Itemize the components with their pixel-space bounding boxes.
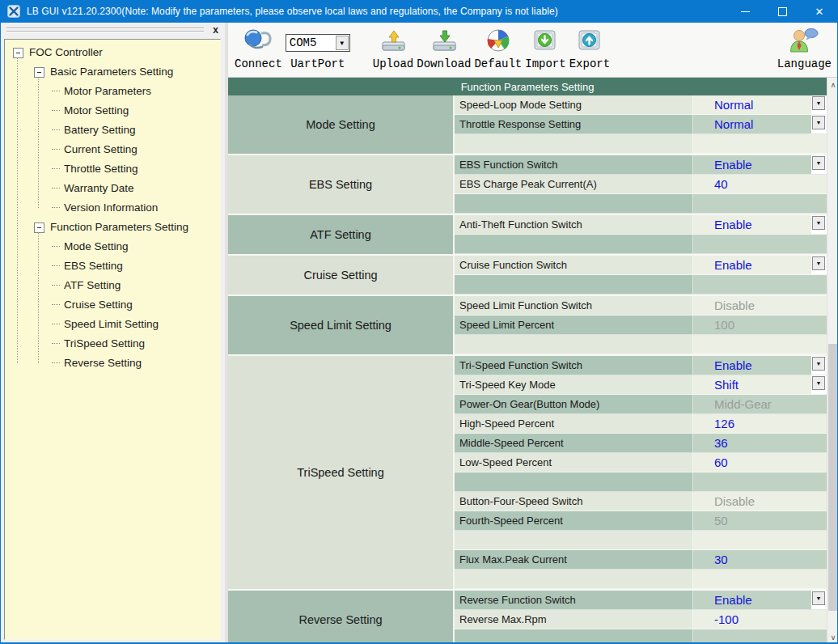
param-value-cell[interactable]: 30 bbox=[692, 550, 827, 570]
param-value-cell[interactable]: Shift▼ bbox=[692, 375, 827, 395]
panel-close-button[interactable]: x bbox=[213, 24, 218, 36]
param-label: Power-On Gear(Button Mode) bbox=[455, 395, 692, 414]
parameter-tree: FOC ControllerBasic Parameters SettingMo… bbox=[4, 39, 221, 640]
tree-item-label: Throttle Setting bbox=[64, 159, 138, 179]
collapse-icon[interactable] bbox=[34, 67, 44, 78]
scroll-down-button[interactable]: ∨ bbox=[827, 630, 838, 644]
tree-item-throttle-setting[interactable]: Throttle Setting bbox=[10, 159, 220, 179]
param-value-cell[interactable]: Normal▼ bbox=[692, 115, 827, 134]
dropdown-arrow-icon[interactable]: ▼ bbox=[812, 156, 825, 170]
param-value-cell[interactable]: Normal▼ bbox=[692, 95, 827, 115]
dropdown-arrow-icon[interactable]: ▼ bbox=[812, 357, 825, 371]
param-value: -100 bbox=[714, 612, 739, 626]
param-value: 30 bbox=[714, 553, 728, 566]
tree-item-label: Speed Limit Setting bbox=[64, 315, 159, 334]
param-value-cell[interactable]: 60 bbox=[692, 453, 827, 472]
tree-item-basic-parameters-setting[interactable]: Basic Parameters Setting bbox=[10, 62, 220, 82]
empty-row bbox=[455, 472, 827, 492]
param-value-cell[interactable]: Enable▼ bbox=[692, 356, 827, 375]
import-button[interactable]: Import bbox=[525, 25, 565, 70]
dropdown-arrow-icon[interactable]: ▼ bbox=[812, 591, 825, 605]
uartport-group: COM5▼UartPort bbox=[286, 25, 350, 70]
upload-button[interactable]: Upload bbox=[373, 25, 413, 70]
tree-item-function-parameters-setting[interactable]: Function Parameters Setting bbox=[10, 218, 220, 237]
tree-item-current-setting[interactable]: Current Setting bbox=[10, 140, 220, 159]
tree-item-label: Cruise Setting bbox=[64, 295, 133, 315]
language-button[interactable]: Language bbox=[777, 25, 832, 70]
tree-connector bbox=[52, 188, 60, 189]
group-cell-atf-setting: ATF Setting bbox=[228, 215, 453, 254]
tree-item-label: EBS Setting bbox=[64, 256, 123, 276]
param-value: Shift bbox=[714, 378, 739, 392]
group-cell-speed-limit-setting: Speed Limit Setting bbox=[228, 296, 453, 354]
param-value-cell[interactable]: 36 bbox=[692, 434, 827, 453]
tree-item-reverse-setting[interactable]: Reverse Setting bbox=[10, 354, 220, 373]
param-row: Tri-Speed Function SwitchEnable▼ bbox=[455, 356, 827, 375]
dropdown-arrow-icon[interactable]: ▼ bbox=[812, 256, 825, 270]
param-label bbox=[455, 194, 692, 214]
tree-children: Basic Parameters SettingMotor Parameters… bbox=[10, 62, 220, 373]
dropdown-arrow-icon[interactable]: ▼ bbox=[812, 96, 825, 110]
tree-item-cruise-setting[interactable]: Cruise Setting bbox=[10, 295, 220, 315]
maximize-button[interactable] bbox=[764, 0, 801, 23]
param-value: Disable bbox=[714, 299, 755, 312]
param-row: Speed-Loop Mode SettingNormal▼ bbox=[455, 95, 827, 115]
tree-item-trispeed-setting[interactable]: TriSpeed Setting bbox=[10, 334, 220, 354]
download-button[interactable]: Download bbox=[417, 25, 471, 70]
tree-item-mode-setting[interactable]: Mode Setting bbox=[10, 237, 220, 256]
table-header: Function Parameters Setting bbox=[228, 78, 827, 95]
param-row: Button-Four-Speed SwitchDisable bbox=[455, 492, 827, 511]
minimize-button[interactable] bbox=[726, 0, 764, 23]
param-value-cell[interactable]: Enable▼ bbox=[692, 256, 827, 275]
param-row: Speed Limit Function SwitchDisable bbox=[455, 296, 827, 316]
param-row: Throttle Response SettingNormal▼ bbox=[455, 115, 827, 134]
param-label bbox=[455, 335, 692, 354]
group-rows: Tri-Speed Function SwitchEnable▼Tri-Spee… bbox=[453, 356, 827, 589]
group-rows: Speed Limit Function SwitchDisableSpeed … bbox=[453, 296, 827, 354]
group-rows: Reverse Function SwitchEnable▼Reverse Ma… bbox=[453, 591, 827, 644]
tree-item-warranty-date[interactable]: Warranty Date bbox=[10, 179, 220, 198]
param-value-cell[interactable]: Enable▼ bbox=[692, 155, 827, 175]
chevron-down-icon[interactable]: ▼ bbox=[336, 36, 349, 50]
default-button[interactable]: Default bbox=[474, 25, 522, 70]
collapse-icon[interactable] bbox=[34, 222, 44, 233]
group-cruise-setting: Cruise SettingCruise Function SwitchEnab… bbox=[228, 256, 827, 294]
param-value-cell[interactable]: 126 bbox=[692, 414, 827, 434]
panel-grip[interactable] bbox=[6, 28, 204, 28]
param-value-cell: 50 bbox=[692, 511, 827, 531]
vertical-scrollbar[interactable]: ∧ ∨ bbox=[827, 78, 838, 644]
tree-item-motor-parameters[interactable]: Motor Parameters bbox=[10, 82, 220, 101]
tree-item-motor-setting[interactable]: Motor Setting bbox=[10, 101, 220, 121]
export-button[interactable]: Export bbox=[569, 25, 610, 70]
tree-item-speed-limit-setting[interactable]: Speed Limit Setting bbox=[10, 315, 220, 334]
uartport-select[interactable]: COM5▼ bbox=[286, 34, 350, 52]
tree-item-label: ATF Setting bbox=[64, 276, 121, 295]
tree-item-atf-setting[interactable]: ATF Setting bbox=[10, 276, 220, 295]
tree-item-ebs-setting[interactable]: EBS Setting bbox=[10, 256, 220, 276]
value-dropdown: ▼ bbox=[811, 115, 827, 133]
dropdown-arrow-icon[interactable]: ▼ bbox=[812, 116, 825, 129]
collapse-icon[interactable] bbox=[13, 48, 23, 58]
dropdown-arrow-icon[interactable]: ▼ bbox=[812, 216, 825, 230]
tree-item-battery-setting[interactable]: Battery Setting bbox=[10, 121, 220, 140]
param-value-cell[interactable]: -100 bbox=[692, 610, 827, 629]
scroll-up-button[interactable]: ∧ bbox=[827, 78, 838, 91]
param-value-cell[interactable]: 40 bbox=[692, 175, 827, 194]
default-icon bbox=[483, 25, 514, 57]
uartport-value: COM5 bbox=[286, 36, 336, 49]
connect-button[interactable]: Connect bbox=[235, 25, 282, 70]
tree-item-version-information[interactable]: Version Information bbox=[10, 198, 220, 218]
param-value-cell bbox=[692, 235, 827, 254]
group-reverse-setting: Reverse SettingReverse Function SwitchEn… bbox=[228, 591, 827, 644]
close-button[interactable]: ✕ bbox=[801, 0, 838, 23]
param-value-cell: 100 bbox=[692, 316, 827, 335]
empty-row bbox=[455, 194, 827, 214]
dropdown-arrow-icon[interactable]: ▼ bbox=[812, 376, 825, 390]
tree-item-foc-controller[interactable]: FOC Controller bbox=[10, 43, 220, 62]
param-label: Button-Four-Speed Switch bbox=[455, 492, 692, 511]
param-value-cell[interactable]: Enable▼ bbox=[692, 591, 827, 610]
param-value-cell[interactable]: Enable▼ bbox=[692, 215, 827, 235]
param-value: Enable bbox=[714, 218, 752, 231]
empty-row bbox=[455, 275, 827, 294]
scrollbar-thumb[interactable] bbox=[828, 344, 838, 611]
